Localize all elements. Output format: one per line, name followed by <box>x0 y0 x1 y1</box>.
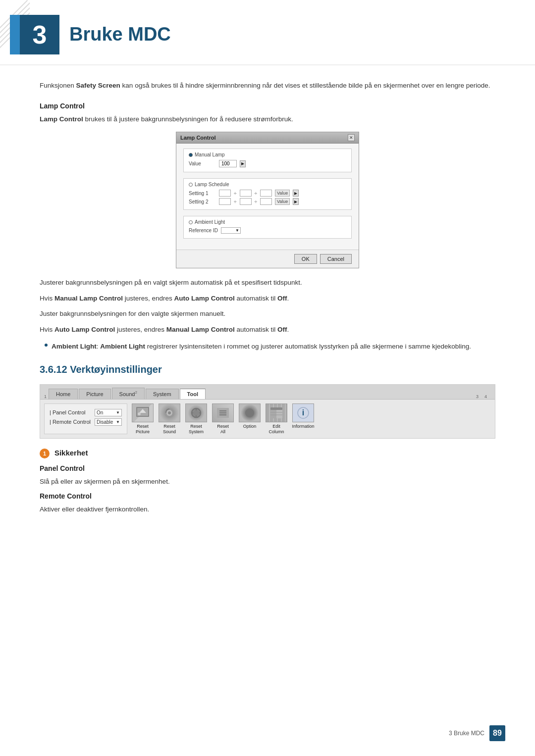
reset-picture-icon <box>132 403 154 422</box>
setting2-m[interactable] <box>240 198 252 205</box>
svg-text:i: i <box>302 408 304 417</box>
bullet-dot <box>45 344 48 347</box>
main-content: Funksjonen Safety Screen kan også brukes… <box>0 80 535 515</box>
manual-lamp-section: Manual Lamp Value ▶ <box>183 149 352 172</box>
option-label: Option <box>243 424 257 429</box>
value-label: Value <box>189 161 216 166</box>
note1: Justerer bakgrunnsbelysningen på en valg… <box>40 277 495 288</box>
setting2-s[interactable] <box>260 198 272 205</box>
dialog-body: Manual Lamp Value ▶ Lamp Schedule <box>176 144 359 250</box>
chapter-title: Bruke MDC <box>69 15 171 45</box>
ambient-light-bullet: Ambient Light: Ambient Light registrerer… <box>40 341 495 352</box>
lamp-control-heading: Lamp Control <box>40 102 495 110</box>
setting1-s[interactable] <box>260 190 272 197</box>
dialog-titlebar: Lamp Control ✕ <box>176 132 359 144</box>
remote-control-row: | Remote Control Disable ▼ <box>50 418 122 426</box>
information-btn[interactable]: i Information <box>291 403 316 429</box>
setting2-row: Setting 2 ÷ ÷ Value ▶ <box>189 198 346 205</box>
info-svg: i <box>296 406 311 420</box>
setting2-value: Value <box>275 198 290 205</box>
ambient-light-radio[interactable] <box>189 220 193 224</box>
option-icon <box>239 403 261 422</box>
chapter-number-box: 3 <box>20 15 59 54</box>
value-arrow-btn[interactable]: ▶ <box>240 160 246 167</box>
reset-all-label: ResetAll <box>217 424 229 435</box>
sikkerhet-section: 1 Sikkerhet <box>40 449 495 458</box>
edit-column-btn[interactable]: EditColumn <box>264 403 289 435</box>
lamp-schedule-radio[interactable] <box>189 183 193 187</box>
dialog-close-button[interactable]: ✕ <box>348 134 355 141</box>
setting1-m[interactable] <box>240 190 252 197</box>
setting1-arrow[interactable]: ▶ <box>293 190 299 197</box>
svg-point-3 <box>138 412 141 415</box>
lamp-control-dialog: Lamp Control ✕ Manual Lamp Value ▶ <box>176 132 359 268</box>
remote-control-heading: Remote Control <box>40 492 495 500</box>
lamp-schedule-label: Lamp Schedule <box>189 182 346 187</box>
reference-id-dropdown[interactable]: ▼ <box>221 227 241 234</box>
reset-picture-label: ResetPicture <box>136 424 150 435</box>
panel-control-label: | Panel Control <box>50 409 86 415</box>
tab-tool[interactable]: Tool <box>180 389 206 399</box>
note3: Juster bakgrunnsbelysningen for den valg… <box>40 308 495 319</box>
sikkerhet-heading: Sikkerhet <box>54 449 88 457</box>
svg-point-8 <box>195 411 198 414</box>
setting2-h[interactable] <box>219 198 231 205</box>
tool-ui-container: 1 Home Picture Sound2 System Tool 3 4 | … <box>40 384 495 439</box>
reset-picture-svg <box>135 406 150 420</box>
reset-system-btn[interactable]: ResetSystem <box>184 403 209 435</box>
tool-tabs-bar: 1 Home Picture Sound2 System Tool 3 4 <box>40 385 495 400</box>
manual-lamp-label: Manual Lamp <box>189 152 346 157</box>
tab-number-3: 3 <box>476 394 479 399</box>
remote-control-dropdown[interactable]: Disable ▼ <box>95 418 122 426</box>
panel-control-heading: Panel Control <box>40 464 495 472</box>
dialog-title: Lamp Control <box>180 135 216 141</box>
dialog-footer: OK Cancel <box>176 250 359 268</box>
option-svg <box>242 406 257 420</box>
tab-sound[interactable]: Sound2 <box>112 388 145 399</box>
option-btn[interactable]: Option <box>237 403 262 429</box>
panel-control-text: Slå på eller av skjermen på en skjermenh… <box>40 476 495 487</box>
tab-number-1: 1 <box>44 394 47 399</box>
svg-rect-18 <box>270 407 282 410</box>
panel-control-row: | Panel Control On ▼ <box>50 409 122 416</box>
lamp-control-dialog-container: Lamp Control ✕ Manual Lamp Value ▶ <box>40 132 495 268</box>
lamp-schedule-section: Lamp Schedule Setting 1 ÷ ÷ Value ▶ Sett… <box>183 178 352 210</box>
reset-all-svg <box>215 406 230 420</box>
intro-text: Funksjonen Safety Screen kan også brukes… <box>40 80 495 91</box>
setting1-h[interactable] <box>219 190 231 197</box>
panel-control-dropdown[interactable]: On ▼ <box>95 409 122 416</box>
reset-all-btn[interactable]: ResetAll <box>211 403 235 435</box>
note4: Hvis Auto Lamp Control justeres, endres … <box>40 324 495 335</box>
reset-sound-svg <box>162 406 177 420</box>
chapter-number: 3 <box>33 20 47 50</box>
reset-sound-label: ResetSound <box>163 424 176 435</box>
edit-column-label: EditColumn <box>268 424 284 435</box>
information-icon: i <box>292 403 314 422</box>
tab-system[interactable]: System <box>146 389 179 399</box>
reset-system-label: ResetSystem <box>189 424 204 435</box>
ok-button[interactable]: OK <box>294 254 317 264</box>
ambient-light-label: Ambient Light <box>189 219 346 225</box>
tab-picture[interactable]: Picture <box>79 389 110 399</box>
reset-sound-icon <box>159 403 180 422</box>
tab-number-4: 4 <box>484 394 487 399</box>
setting2-arrow[interactable]: ▶ <box>293 198 299 205</box>
reset-sound-btn[interactable]: ResetSound <box>157 403 182 435</box>
value-input[interactable] <box>219 160 237 167</box>
manual-lamp-radio[interactable] <box>189 153 193 157</box>
page-footer: 3 Bruke MDC 89 <box>449 725 505 741</box>
svg-point-11 <box>248 411 251 414</box>
tool-left-panel: | Panel Control On ▼ | Remote Control Di… <box>44 403 127 435</box>
reset-system-svg <box>189 406 204 420</box>
footer-text: 3 Bruke MDC <box>449 730 484 737</box>
reset-system-icon <box>185 403 207 422</box>
tab-home[interactable]: Home <box>49 389 78 399</box>
reference-id-row: Reference ID ▼ <box>189 227 346 234</box>
reset-picture-btn[interactable]: ResetPicture <box>130 403 155 435</box>
remote-control-text: Aktiver eller deaktiver fjernkontrollen. <box>40 504 495 515</box>
lamp-control-description: Lamp Control brukes til å justere bakgru… <box>40 114 495 125</box>
cancel-button[interactable]: Cancel <box>320 254 352 264</box>
tool-content-area: | Panel Control On ▼ | Remote Control Di… <box>40 400 495 439</box>
value-row: Value ▶ <box>189 160 346 167</box>
setting1-value: Value <box>275 190 290 197</box>
